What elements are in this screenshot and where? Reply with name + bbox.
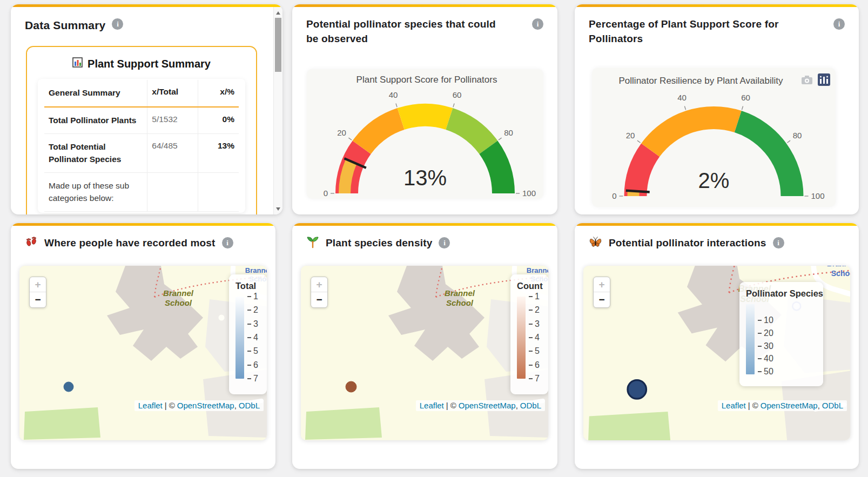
summary-table-container: General Summary x/Total x/% Total Pollin… [38,79,245,213]
gauge-tick-label: 0 [324,189,328,197]
zoom-out-button[interactable]: − [594,292,610,307]
openstreetmap-link[interactable]: OpenStreetMap [761,401,818,410]
plotly-modebar [801,73,830,88]
info-icon[interactable] [532,18,543,30]
col-header: x/% [198,80,239,106]
card-plant-density-map: Plant species density Brannel School Bra… [292,223,557,469]
scroll-up-icon[interactable] [274,9,282,17]
openstreetmap-link[interactable]: OpenStreetMap [459,401,516,410]
card-pollinator-interactions-map: Potential pollinator interactions Branne… [575,223,859,469]
map-zoom-control: + − [593,277,610,308]
legend-tick: 3 [247,319,258,329]
gauge-tick-label: 80 [793,131,802,140]
info-icon[interactable] [222,237,233,248]
attribution-divider: | [446,401,448,410]
table-row: Total Pollinator Plants 5/1532 0% [44,107,239,134]
gauge-chart: 0204060801002% [592,88,836,203]
gauge-tick [787,140,790,143]
card-title: Percentage of Plant Support Score for Po… [589,17,791,46]
legend-tick: 7 [529,374,540,384]
map-legend: Count 1234567 [510,274,548,394]
gauge-value: 13% [403,166,447,190]
legend-tick: 6 [529,360,540,370]
info-icon[interactable] [112,18,123,30]
footprints-icon [25,236,38,251]
row-percent: 0% [198,107,239,134]
gauge-panel: Pollinator Resilience by Plant Availabil… [592,68,836,207]
attribution-copyright: © [752,401,758,410]
attribution-copyright: © [169,401,175,410]
gauge-tick [396,104,397,108]
dashboard: Data Summary Plant Support Summary [0,0,868,477]
gauge-chart: 02040608010013% [307,85,543,197]
legend-tick: 1 [529,292,540,301]
legend-tick: 5 [529,346,540,356]
map-marker[interactable] [628,380,647,399]
gauge-tick [637,140,641,143]
openstreetmap-link[interactable]: OpenStreetMap [177,401,234,410]
legend-gradient-bar [517,297,526,379]
odbl-link[interactable]: ODbL [520,401,541,410]
map-legend: Pollinator Species 1020304050 [739,282,823,386]
bar-chart-icon [72,57,83,70]
legend-tick: 5 [247,346,258,356]
scroll-down-icon[interactable] [274,205,282,213]
legend-gradient-bar [235,297,244,379]
gauge-tick [348,138,352,140]
leaflet-map[interactable]: Brannel School Brannel School + − Pollin… [583,266,850,440]
row-label: Made up of these sub categories below: [44,173,147,212]
map-marker[interactable] [346,381,356,392]
card-title: Where people have recorded most [44,236,216,251]
scrollbar-thumb[interactable] [275,18,281,72]
leaflet-link[interactable]: Leaflet [722,401,746,410]
gauge-value: 2% [698,169,730,192]
table-row: Made up of these sub categories below: [44,173,239,212]
leaflet-map[interactable]: Brannel School Brannel School + − Count … [301,266,548,440]
legend-tick: 50 [758,367,773,377]
card-recorded-most-map: Where people have recorded most Brannel … [11,223,275,469]
gauge-tick-label: 100 [522,189,536,197]
legend-tick: 2 [247,305,258,315]
leaflet-link[interactable]: Leaflet [138,401,163,410]
map-label-school: School [446,298,474,307]
map-marker[interactable] [64,382,73,392]
row-percent: 13% [198,134,239,173]
row-value [147,173,198,212]
leaflet-link[interactable]: Leaflet [420,401,444,410]
odbl-link[interactable]: ODbL [239,401,260,410]
map-label-school-blue: School [831,269,850,278]
gauge-tick-label: 80 [504,128,513,137]
gauge-tick-label: 60 [741,93,750,102]
info-icon[interactable] [773,237,784,248]
legend-title: Pollinator Species [746,288,823,299]
legend-ticks: 1234567 [529,292,540,384]
legend-tick: 20 [758,328,773,338]
legend-ticks: 1234567 [247,292,258,384]
leaflet-map[interactable]: Brannel School Brannel School + − Total … [19,266,267,440]
legend-tick: 6 [247,360,258,370]
attribution-divider: | [165,401,167,410]
gauge-tick-label: 100 [811,191,825,200]
zoom-in-button[interactable]: + [594,277,610,292]
legend-gradient-bar [746,304,755,374]
attribution-divider: | [748,401,750,410]
camera-icon[interactable] [801,75,813,87]
info-icon[interactable] [833,18,845,30]
zoom-in-button[interactable]: + [30,277,46,292]
summary-table: General Summary x/Total x/% Total Pollin… [44,80,239,212]
gauge-band [398,104,453,130]
plant-support-summary-box: Plant Support Summary General Summary x/… [26,46,257,214]
gauge-tick-label: 40 [389,90,398,99]
zoom-out-button[interactable]: − [311,292,327,307]
info-icon[interactable] [439,237,450,248]
zoom-out-button[interactable]: − [30,292,46,307]
plotly-logo-icon[interactable] [818,73,830,88]
vertical-scrollbar[interactable] [273,7,282,214]
map-label-school: Brannel [445,288,475,298]
row-percent [198,173,239,212]
zoom-in-button[interactable]: + [311,277,327,292]
gauge-tick [742,106,743,110]
table-row: Total Potential Pollinator Species 64/48… [44,134,239,173]
butterfly-icon [589,236,602,251]
odbl-link[interactable]: ODbL [822,401,843,410]
